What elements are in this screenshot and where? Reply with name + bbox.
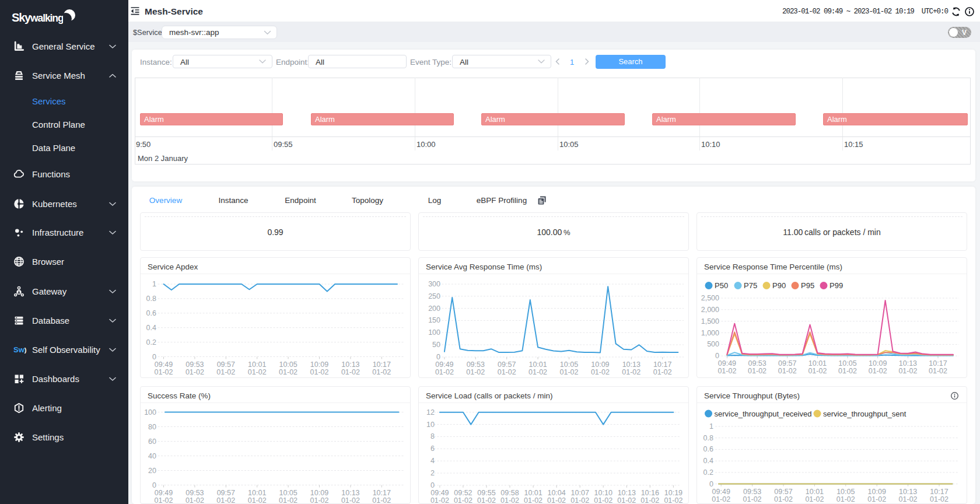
svg-text:01-02: 01-02: [341, 368, 360, 376]
svg-text:10:13: 10:13: [341, 360, 359, 369]
svg-text:10:13: 10:13: [618, 489, 636, 497]
svg-text:10:04: 10:04: [547, 489, 565, 497]
svg-text:01-02: 01-02: [718, 367, 736, 375]
svg-text:01-02: 01-02: [838, 367, 857, 375]
svg-text:09:57: 09:57: [498, 360, 516, 369]
svg-text:09:53: 09:53: [467, 360, 485, 369]
svg-text:01-02: 01-02: [372, 368, 391, 376]
svg-text:01-02: 01-02: [743, 495, 762, 503]
svg-text:01-02: 01-02: [570, 496, 589, 504]
svg-text:01-02: 01-02: [653, 368, 672, 376]
svg-text:0: 0: [430, 481, 435, 489]
svg-text:01-02: 01-02: [430, 496, 449, 504]
svg-text:P90: P90: [772, 281, 786, 290]
svg-text:2,500: 2,500: [701, 294, 719, 302]
svg-text:09:53: 09:53: [186, 360, 204, 369]
svg-text:60: 60: [148, 438, 156, 446]
svg-text:01-02: 01-02: [155, 496, 173, 504]
svg-text:80: 80: [148, 423, 156, 431]
svg-text:10: 10: [426, 421, 435, 429]
svg-text:0: 0: [709, 480, 713, 488]
svg-text:01-02: 01-02: [560, 368, 579, 376]
svg-text:10:09: 10:09: [310, 360, 328, 369]
svg-text:10:16: 10:16: [641, 489, 659, 497]
svg-text:2: 2: [430, 469, 435, 477]
svg-text:P95: P95: [801, 281, 814, 290]
svg-text:09:49: 09:49: [430, 489, 449, 497]
svg-text:10:10: 10:10: [594, 489, 612, 497]
svg-text:01-02: 01-02: [528, 368, 547, 376]
svg-text:01-02: 01-02: [248, 368, 267, 376]
svg-text:01-02: 01-02: [279, 496, 298, 504]
svg-text:01-02: 01-02: [279, 368, 298, 376]
svg-text:0.6: 0.6: [146, 309, 156, 317]
svg-text:200: 200: [428, 304, 440, 313]
svg-text:10:01: 10:01: [528, 360, 547, 369]
svg-text:09:55: 09:55: [477, 489, 495, 497]
svg-text:0.6: 0.6: [704, 445, 713, 453]
svg-text:01-02: 01-02: [594, 496, 612, 504]
svg-text:0.2: 0.2: [704, 468, 713, 477]
svg-text:50: 50: [432, 341, 440, 349]
svg-text:0.4: 0.4: [146, 324, 156, 332]
svg-text:10:05: 10:05: [279, 489, 297, 497]
svg-text:10:13: 10:13: [341, 489, 359, 497]
svg-text:09:53: 09:53: [186, 489, 204, 497]
svg-text:10:17: 10:17: [929, 359, 947, 368]
svg-text:09:57: 09:57: [217, 360, 235, 369]
svg-text:20: 20: [148, 467, 156, 475]
svg-text:10:01: 10:01: [248, 360, 266, 369]
svg-text:10:01: 10:01: [248, 489, 266, 497]
svg-text:250: 250: [428, 292, 440, 300]
svg-text:01-02: 01-02: [501, 496, 519, 504]
svg-text:01-02: 01-02: [664, 496, 682, 504]
svg-text:09:57: 09:57: [217, 489, 235, 497]
svg-text:01-02: 01-02: [372, 496, 391, 504]
svg-text:300: 300: [428, 280, 440, 288]
svg-text:6: 6: [430, 444, 435, 453]
svg-text:1,500: 1,500: [701, 317, 719, 326]
svg-text:P75: P75: [744, 281, 757, 290]
svg-text:2,000: 2,000: [701, 306, 719, 314]
svg-text:0.4: 0.4: [704, 457, 713, 465]
svg-text:100: 100: [428, 328, 440, 337]
svg-text:09:49: 09:49: [155, 360, 173, 369]
svg-text:12: 12: [426, 408, 435, 416]
svg-text:01-02: 01-02: [186, 368, 204, 376]
svg-text:01-02: 01-02: [774, 495, 793, 503]
svg-text:09:58: 09:58: [501, 489, 519, 497]
svg-text:0: 0: [715, 352, 719, 360]
svg-text:01-02: 01-02: [778, 367, 797, 375]
svg-text:09:52: 09:52: [454, 489, 472, 497]
svg-text:01-02: 01-02: [466, 368, 485, 376]
svg-text:1,000: 1,000: [701, 329, 719, 337]
svg-text:10:09: 10:09: [591, 360, 609, 369]
svg-text:01-02: 01-02: [186, 496, 204, 504]
svg-text:01-02: 01-02: [898, 367, 917, 375]
svg-text:10:01: 10:01: [524, 489, 542, 497]
svg-text:10:01: 10:01: [806, 488, 824, 496]
svg-text:01-02: 01-02: [617, 496, 636, 504]
svg-text:01-02: 01-02: [216, 496, 235, 504]
svg-text:09:53: 09:53: [748, 359, 766, 368]
svg-text:10:09: 10:09: [310, 489, 328, 497]
svg-text:0.8: 0.8: [146, 295, 156, 303]
svg-text:10:13: 10:13: [622, 360, 640, 369]
svg-text:4: 4: [430, 457, 435, 465]
svg-text:service_throughput_sent: service_throughput_sent: [823, 410, 907, 418]
svg-text:100: 100: [144, 408, 156, 416]
svg-text:01-02: 01-02: [869, 367, 887, 375]
svg-text:09:49: 09:49: [435, 360, 453, 369]
svg-text:10:13: 10:13: [899, 359, 917, 368]
svg-text:10:09: 10:09: [868, 488, 886, 496]
svg-text:10:05: 10:05: [836, 488, 855, 496]
svg-text:P99: P99: [830, 281, 843, 290]
svg-text:0.8: 0.8: [704, 434, 713, 442]
svg-text:10:17: 10:17: [373, 489, 391, 497]
svg-text:service_throughput_received: service_throughput_received: [715, 410, 812, 418]
svg-text:0: 0: [152, 481, 156, 489]
svg-text:1: 1: [709, 422, 713, 430]
svg-text:01-02: 01-02: [712, 495, 730, 503]
svg-text:10:01: 10:01: [808, 359, 827, 368]
svg-text:10:05: 10:05: [560, 360, 578, 369]
